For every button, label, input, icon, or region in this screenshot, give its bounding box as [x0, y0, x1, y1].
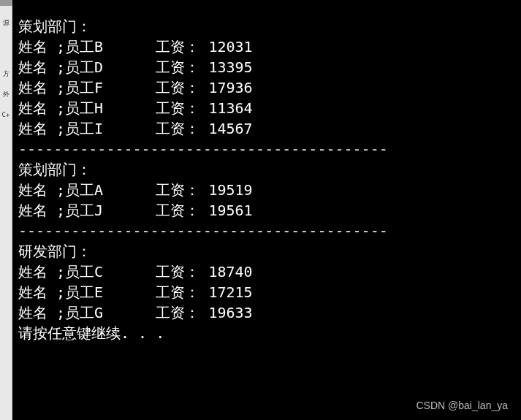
name-label: 姓名 ;: [18, 263, 65, 280]
employee-salary: 19519: [208, 181, 252, 199]
department-header: 策划部门：: [18, 16, 515, 37]
continue-prompt: 请按任意键继续. . .: [18, 323, 515, 343]
sidebar-fragment: 方: [1, 69, 11, 79]
name-label: 姓名 ;: [18, 99, 65, 117]
salary-label: 工资：: [156, 181, 199, 199]
employee-row: 姓名 ;员工I 工资： 14567: [18, 118, 515, 139]
terminal-output: 策划部门： 姓名 ;员工B 工资： 12031 姓名 ;员工D 工资： 1339…: [12, 0, 521, 420]
employee-row: 姓名 ;员工A 工资： 19519: [18, 180, 515, 200]
name-label: 姓名 ;: [18, 58, 65, 76]
ide-sidebar: 源 方 外 C+: [0, 0, 12, 420]
employee-name: 员工A: [65, 181, 103, 199]
employee-row: 姓名 ;员工E 工资： 17215: [18, 282, 515, 302]
employee-salary: 18740: [208, 263, 252, 280]
employee-row: 姓名 ;员工C 工资： 18740: [18, 261, 515, 282]
sidebar-fragment: 源: [1, 18, 11, 28]
name-label: 姓名 ;: [18, 202, 65, 219]
name-label: 姓名 ;: [18, 38, 65, 56]
employee-row: 姓名 ;员工H 工资： 11364: [18, 98, 515, 118]
name-label: 姓名 ;: [18, 79, 65, 96]
watermark: CSDN @bai_lan_ya: [417, 400, 509, 411]
employee-salary: 11364: [208, 99, 252, 117]
employee-row: 姓名 ;员工F 工资： 17936: [18, 77, 515, 98]
separator: ----------------------------------------…: [18, 139, 515, 159]
name-label: 姓名 ;: [18, 120, 65, 137]
salary-label: 工资：: [156, 283, 199, 301]
sidebar-top: [0, 0, 12, 6]
name-label: 姓名 ;: [18, 304, 65, 321]
employee-name: 员工J: [65, 202, 103, 219]
salary-label: 工资：: [156, 202, 199, 219]
sidebar-fragment: 外: [1, 89, 11, 99]
employee-salary: 19633: [208, 304, 252, 321]
employee-name: 员工C: [65, 263, 103, 280]
employee-row: 姓名 ;员工B 工资： 12031: [18, 37, 515, 57]
employee-salary: 12031: [208, 38, 252, 56]
employee-row: 姓名 ;员工G 工资： 19633: [18, 302, 515, 323]
salary-label: 工资：: [156, 263, 199, 280]
department-header: 策划部门：: [18, 159, 515, 180]
salary-label: 工资：: [156, 79, 199, 96]
employee-salary: 17936: [208, 79, 252, 96]
name-label: 姓名 ;: [18, 181, 65, 199]
employee-name: 员工G: [65, 304, 103, 321]
salary-label: 工资：: [156, 304, 199, 321]
sidebar-fragment: C+: [1, 110, 11, 120]
employee-row: 姓名 ;员工J 工资： 19561: [18, 200, 515, 221]
salary-label: 工资：: [156, 120, 199, 137]
salary-label: 工资：: [156, 58, 199, 76]
department-header: 研发部门：: [18, 241, 515, 261]
employee-salary: 17215: [208, 283, 252, 301]
employee-name: 员工H: [65, 99, 103, 117]
employee-row: 姓名 ;员工D 工资： 13395: [18, 57, 515, 77]
salary-label: 工资：: [156, 38, 199, 56]
employee-salary: 14567: [208, 120, 252, 137]
employee-name: 员工D: [65, 58, 103, 76]
employee-name: 员工F: [65, 79, 103, 96]
name-label: 姓名 ;: [18, 283, 65, 301]
salary-label: 工资：: [156, 99, 199, 117]
employee-name: 员工E: [65, 283, 103, 301]
separator: ----------------------------------------…: [18, 221, 515, 241]
employee-salary: 19561: [208, 202, 252, 219]
employee-name: 员工B: [65, 38, 103, 56]
employee-name: 员工I: [65, 120, 103, 137]
employee-salary: 13395: [208, 58, 252, 76]
